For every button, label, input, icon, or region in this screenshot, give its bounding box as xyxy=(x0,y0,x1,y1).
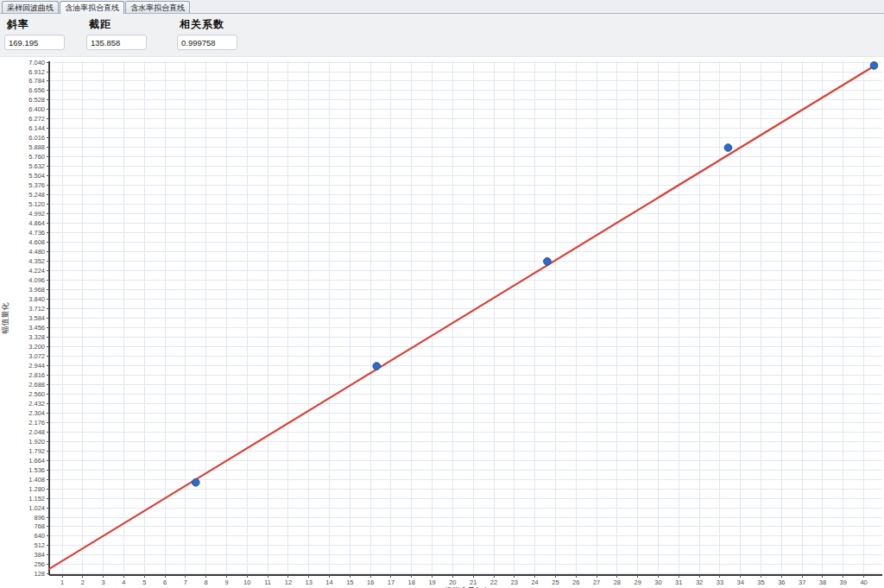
svg-text:3.328: 3.328 xyxy=(28,333,45,341)
svg-text:1.920: 1.920 xyxy=(28,438,45,446)
svg-text:5.504: 5.504 xyxy=(28,172,45,180)
svg-text:27: 27 xyxy=(593,579,600,586)
svg-text:幅值量化: 幅值量化 xyxy=(1,302,9,334)
svg-text:11: 11 xyxy=(264,579,271,586)
svg-text:36: 36 xyxy=(778,579,785,586)
svg-text:14: 14 xyxy=(325,579,332,586)
svg-text:1.152: 1.152 xyxy=(28,495,45,503)
svg-text:2.304: 2.304 xyxy=(28,409,45,417)
svg-text:13: 13 xyxy=(306,579,313,586)
svg-text:6.272: 6.272 xyxy=(28,115,45,123)
svg-text:18: 18 xyxy=(408,579,415,586)
svg-text:4.992: 4.992 xyxy=(28,210,45,218)
svg-text:31: 31 xyxy=(675,579,682,586)
svg-text:5.760: 5.760 xyxy=(28,153,45,161)
correlation-field-group: 相关系数 xyxy=(177,16,281,50)
svg-text:6.784: 6.784 xyxy=(28,77,45,85)
svg-text:5.632: 5.632 xyxy=(28,162,45,170)
svg-text:15: 15 xyxy=(346,579,353,586)
svg-text:1.280: 1.280 xyxy=(28,485,45,493)
svg-text:5.376: 5.376 xyxy=(28,181,45,189)
svg-text:4.864: 4.864 xyxy=(28,219,45,227)
svg-text:384: 384 xyxy=(34,551,45,559)
svg-text:34: 34 xyxy=(737,579,744,586)
svg-text:26: 26 xyxy=(572,579,579,586)
svg-text:5.248: 5.248 xyxy=(28,191,45,199)
svg-text:28: 28 xyxy=(614,579,621,586)
svg-text:40: 40 xyxy=(860,579,867,586)
svg-text:3.712: 3.712 xyxy=(28,305,45,313)
app-window: 采样回波曲线 含油率拟合直线 含水率拟合直线 斜率 截距 相关系数 123456… xyxy=(0,0,884,588)
svg-text:6.400: 6.400 xyxy=(28,105,45,113)
svg-text:37: 37 xyxy=(799,579,805,586)
svg-text:512: 512 xyxy=(34,541,45,549)
svg-text:6.528: 6.528 xyxy=(28,96,45,104)
svg-text:4.736: 4.736 xyxy=(28,229,45,237)
svg-text:38: 38 xyxy=(819,579,826,586)
svg-text:768: 768 xyxy=(34,522,45,530)
svg-text:20: 20 xyxy=(449,579,456,586)
svg-text:3.072: 3.072 xyxy=(28,352,45,360)
svg-text:10: 10 xyxy=(243,579,250,586)
svg-text:2.048: 2.048 xyxy=(28,428,45,436)
slope-input[interactable] xyxy=(4,35,65,50)
svg-text:896: 896 xyxy=(34,514,45,522)
correlation-input[interactable] xyxy=(177,35,237,50)
svg-text:16: 16 xyxy=(367,579,374,586)
svg-text:1.536: 1.536 xyxy=(28,466,45,474)
svg-text:29: 29 xyxy=(634,579,641,586)
svg-text:2.944: 2.944 xyxy=(28,362,45,370)
svg-text:23: 23 xyxy=(511,579,518,586)
svg-text:7.040: 7.040 xyxy=(28,59,45,66)
tab-sample-echo-curve[interactable]: 采样回波曲线 xyxy=(2,1,59,13)
svg-text:7: 7 xyxy=(184,579,187,586)
slope-field-group: 斜率 xyxy=(4,16,86,50)
svg-text:3.456: 3.456 xyxy=(28,324,45,332)
svg-text:128: 128 xyxy=(34,570,45,578)
intercept-label: 截距 xyxy=(86,16,177,35)
svg-text:2: 2 xyxy=(81,579,85,586)
svg-text:1.408: 1.408 xyxy=(28,476,45,484)
control-panel: 采样回波曲线 含油率拟合直线 含水率拟合直线 斜率 截距 相关系数 xyxy=(0,0,884,57)
svg-text:1.792: 1.792 xyxy=(28,447,45,455)
svg-text:3: 3 xyxy=(102,579,105,586)
svg-text:5.120: 5.120 xyxy=(28,200,45,208)
svg-text:5: 5 xyxy=(142,579,146,586)
svg-text:17: 17 xyxy=(388,579,395,586)
svg-text:6.016: 6.016 xyxy=(28,134,45,142)
chart-area: 1234567891011121314151617181920212223242… xyxy=(0,57,884,588)
svg-text:4: 4 xyxy=(122,579,125,586)
svg-text:5.888: 5.888 xyxy=(28,143,45,151)
calibration-scatter-chart: 1234567891011121314151617181920212223242… xyxy=(0,57,884,588)
svg-text:22: 22 xyxy=(490,579,497,586)
svg-text:2.688: 2.688 xyxy=(28,381,45,389)
tab-strip: 采样回波曲线 含油率拟合直线 含水率拟合直线 xyxy=(0,0,884,14)
svg-text:8: 8 xyxy=(205,579,208,586)
tab-oil-content-fit-line[interactable]: 含油率拟合直线 xyxy=(60,1,124,14)
intercept-input[interactable] xyxy=(86,35,147,50)
svg-text:3.584: 3.584 xyxy=(28,314,45,322)
svg-text:19: 19 xyxy=(428,579,435,586)
svg-text:4.224: 4.224 xyxy=(28,267,45,275)
svg-text:6.656: 6.656 xyxy=(28,86,45,94)
svg-text:35: 35 xyxy=(757,579,764,586)
svg-text:2.560: 2.560 xyxy=(28,390,45,398)
svg-text:6.144: 6.144 xyxy=(28,124,45,132)
svg-text:256: 256 xyxy=(34,560,45,568)
svg-text:2.176: 2.176 xyxy=(28,419,45,427)
svg-text:9: 9 xyxy=(224,579,228,586)
intercept-field-group: 截距 xyxy=(86,16,177,50)
fit-parameters: 斜率 截距 相关系数 xyxy=(0,14,884,56)
svg-text:33: 33 xyxy=(717,579,723,586)
svg-text:1: 1 xyxy=(60,579,64,586)
svg-text:3.840: 3.840 xyxy=(28,295,45,303)
svg-text:3.968: 3.968 xyxy=(28,286,45,294)
svg-text:1.664: 1.664 xyxy=(28,457,45,465)
tab-water-content-fit-line[interactable]: 含水率拟合直线 xyxy=(125,1,190,13)
svg-text:2.816: 2.816 xyxy=(28,371,45,379)
svg-text:21: 21 xyxy=(470,579,477,586)
svg-text:6.912: 6.912 xyxy=(28,68,45,76)
svg-text:1.024: 1.024 xyxy=(28,504,45,512)
svg-text:3.200: 3.200 xyxy=(28,343,45,351)
svg-text:24: 24 xyxy=(531,579,538,586)
